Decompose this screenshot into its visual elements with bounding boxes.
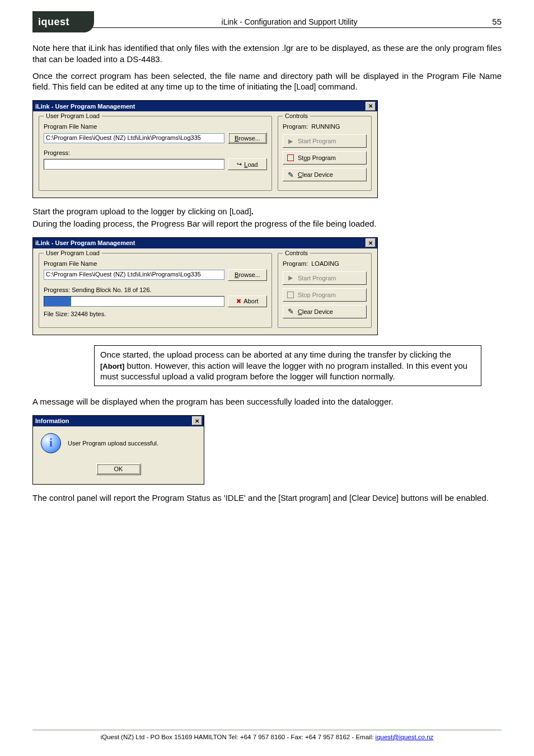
information-dialog: Information ✕ i User Program upload succ… <box>32 415 204 485</box>
header-title: iLink - Configuration and Support Utilit… <box>100 17 479 26</box>
footer-email-link[interactable]: iquest@iquest.co.nz <box>376 734 434 740</box>
dialog1-progress-bar: 0% <box>44 159 224 170</box>
paragraph-start-upload: Start the program upload to the logger b… <box>32 206 502 217</box>
progress-fill <box>44 297 71 306</box>
abort-icon: ✖ <box>236 298 241 305</box>
ok-label: OK <box>114 466 123 472</box>
page-number: 55 <box>479 17 502 26</box>
load-button[interactable]: ↪ Load <box>228 158 267 170</box>
ok-button[interactable]: OK <box>96 463 141 475</box>
paragraph-intro-1: Note here that iLink has identified that… <box>32 43 502 65</box>
paragraph-final: The control panel will report the Progra… <box>32 492 502 504</box>
paragraph-success-msg: A message will be displayed when the pro… <box>32 396 502 407</box>
paragraph-2-b: command. <box>316 82 357 91</box>
info-titlebar: Information ✕ <box>33 416 204 426</box>
start-program-button: ▶ Start Program <box>283 134 367 148</box>
clear-device-button-2[interactable]: ✎ Clear Device <box>283 305 367 318</box>
program-status-value-2: LOADING <box>311 260 339 267</box>
footer-text: iQuest (NZ) Ltd - PO Box 15169 HAMILTON … <box>101 734 376 740</box>
eraser-icon: ✎ <box>287 171 294 179</box>
dialog1-titlebar: iLink - User Program Management ✕ <box>33 101 377 111</box>
stop-hotkey: o <box>303 154 307 161</box>
dialog2-title: iLink - User Program Management <box>35 240 135 246</box>
dialog2-filesize: File Size: 32448 bytes. <box>44 311 267 317</box>
dialog2-progress-label: Progress: Sending Block No. 18 of 126. <box>44 287 267 293</box>
program-status-label: Program: <box>283 123 308 130</box>
note-abort-ref: [Abort] <box>100 362 124 370</box>
inline-clear-ref: [Clear Device] <box>349 494 399 503</box>
clear-hotkey: C <box>298 171 302 178</box>
info-icon: i <box>41 433 61 453</box>
paragraph-2-a: Once the correct program has been select… <box>32 71 502 92</box>
dialog1-right-legend: Controls <box>283 112 310 119</box>
program-file-path-input-2[interactable]: C:\Program Files\iQuest (NZ) Ltd\iLink\P… <box>44 270 224 280</box>
dialog1-title: iLink - User Program Management <box>35 103 135 110</box>
stop-icon-2 <box>287 291 294 299</box>
dialog2-left-legend: User Program Load <box>44 250 102 256</box>
abort-label: Abort <box>243 298 258 304</box>
play-icon-2: ▶ <box>287 274 294 282</box>
clear2-rest: lear Device <box>302 308 333 315</box>
eraser-icon-2: ✎ <box>287 308 294 316</box>
start-program-label: Start Program <box>298 138 336 144</box>
program-status-label-2: Program: <box>283 260 308 267</box>
user-program-dialog-2: iLink - User Program Management ✕ User P… <box>32 237 378 335</box>
clear-device-button[interactable]: ✎ Clear Device <box>283 168 367 181</box>
stop-icon <box>287 154 294 162</box>
note-a: Once started, the upload process can be … <box>100 350 451 359</box>
clear-rest: lear Device <box>302 171 333 178</box>
program-file-path-input[interactable]: C:\Program Files\iQuest (NZ) Ltd\iLink\P… <box>44 133 224 143</box>
browse-button-2[interactable]: Browse... <box>228 269 267 281</box>
para3-b: . <box>251 206 254 216</box>
dialog2-file-label: Program File Name <box>44 260 267 267</box>
clear2-hotkey: C <box>298 308 302 315</box>
dialog2-progress-bar: 15% <box>44 296 224 307</box>
abort-note-box: Once started, the upload process can be … <box>94 345 481 386</box>
browse-rest: rowse... <box>238 135 260 142</box>
browse2-rest: rowse... <box>238 271 260 278</box>
inline-load-ref-2: [Load] <box>229 207 251 216</box>
dialog2-progress-text: 15% <box>128 298 140 304</box>
dialog1-left-legend: User Program Load <box>44 112 102 119</box>
browse-button[interactable]: Browse... <box>228 132 267 144</box>
dialog1-close-icon[interactable]: ✕ <box>366 102 376 111</box>
dialog2-titlebar: iLink - User Program Management ✕ <box>33 238 377 248</box>
para6-b: buttons will be enabled. <box>399 493 489 503</box>
user-program-dialog-1: iLink - User Program Management ✕ User P… <box>32 100 378 198</box>
brand-logo: iquest <box>32 11 94 32</box>
dialog2-user-program-load-group: User Program Load Program File Name C:\P… <box>39 253 272 328</box>
info-title: Information <box>35 417 69 424</box>
start2-label: Start Program <box>298 275 336 281</box>
page-footer: iQuest (NZ) Ltd - PO Box 15169 HAMILTON … <box>32 730 502 740</box>
play-icon: ▶ <box>287 137 294 145</box>
start-program-button-2: ▶ Start Program <box>283 271 367 285</box>
stop-program-button-2: Stop Program <box>283 288 367 302</box>
paragraph-intro-2: Once the correct program has been select… <box>32 71 502 93</box>
brand-logo-text: iquest <box>38 16 69 28</box>
load-rest: oad <box>247 161 257 168</box>
info-message: User Program upload successful. <box>68 440 158 447</box>
dialog2-controls-group: Controls Program: LOADING ▶ Start Progra… <box>278 253 372 328</box>
program-status-value: RUNNING <box>311 123 340 130</box>
inline-load-ref: [Load] <box>294 82 316 91</box>
abort-button[interactable]: ✖ Abort <box>228 295 267 307</box>
dialog1-progress-text: 0% <box>130 161 139 168</box>
page-header: iLink - Configuration and Support Utilit… <box>32 17 502 28</box>
dialog1-user-program-load-group: User Program Load Program File Name C:\P… <box>39 116 272 191</box>
dialog2-close-icon[interactable]: ✕ <box>366 238 376 247</box>
dialog1-progress-label: Progress: <box>44 149 267 156</box>
dialog1-file-label: Program File Name <box>44 123 267 130</box>
dialog1-controls-group: Controls Program: RUNNING ▶ Start Progra… <box>278 116 372 191</box>
inline-start-ref: [Start program] <box>278 494 330 503</box>
info-close-icon[interactable]: ✕ <box>192 416 202 425</box>
para3-a: Start the program upload to the logger b… <box>32 206 229 216</box>
paragraph-progress-bar: During the loading process, the Progress… <box>32 218 502 229</box>
dialog2-right-legend: Controls <box>283 250 310 256</box>
stop-program-button[interactable]: Stop Program <box>283 151 367 165</box>
note-b: button. However, this action will leave … <box>100 361 467 382</box>
para6-mid: and <box>331 493 349 503</box>
load-icon: ↪ <box>237 161 242 168</box>
para6-a: The control panel will report the Progra… <box>32 493 278 503</box>
stop2-label: Stop Program <box>298 292 336 298</box>
